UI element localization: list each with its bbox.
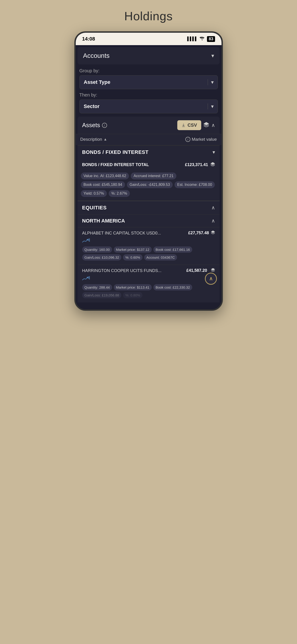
bonds-total-amount: £123,371.41 <box>185 162 208 167</box>
layers-icon[interactable] <box>204 122 209 128</box>
description-label: Description <box>80 137 102 142</box>
status-icons: ▌▌▌▌ 83 <box>187 36 215 42</box>
htag-1-4: %: 0.80% <box>123 292 142 298</box>
htag-1-2: Book cost: £22,330.32 <box>153 284 192 290</box>
holding-top-0: ALPHABET INC CAPITAL STOCK USD0... £27,7… <box>82 230 215 236</box>
accounts-label: Accounts <box>83 52 110 60</box>
holding-row: ALPHABET INC CAPITAL STOCK USD0... £27,7… <box>78 227 220 265</box>
holding-tags-0: Quantity: 160.00 Market price: $137.12 B… <box>82 246 215 263</box>
assets-chevron-up-icon[interactable]: ∧ <box>211 122 215 128</box>
time-display: 14:08 <box>82 36 95 42</box>
assets-header: Assets i CSV ∧ <box>78 116 220 134</box>
then-by-value: Sector <box>84 104 100 110</box>
assets-left: Assets i <box>82 122 107 129</box>
bonds-tag-1: Accrued interest: £77.21 <box>131 172 176 180</box>
north-america-chevron-icon: ∧ <box>211 218 215 224</box>
holding-amount-0: £27,757.48 <box>188 230 209 236</box>
app-content: Accounts ▾ Group by: Asset Type ▾ Then b… <box>76 47 222 302</box>
bonds-tags-row: Value inc. AI: £123,448.62 Accrued inter… <box>78 171 220 200</box>
csv-label: CSV <box>188 122 197 128</box>
holding-value-1: £41,587.20 ∧ <box>186 268 215 273</box>
htag-1-1: Market price: $113.41 <box>114 284 152 290</box>
equities-group-header[interactable]: EQUITIES ∧ <box>78 200 220 214</box>
holding-layers-icon-1 <box>211 268 215 273</box>
holding-name-1: HARRINGTON COOPER UCITS FUNDS... <box>82 268 186 274</box>
accounts-section[interactable]: Accounts ▾ <box>78 47 220 64</box>
market-value-label: Market value <box>192 137 217 142</box>
equities-group: EQUITIES ∧ NORTH AMERICA ∧ ALPHABET INC … <box>78 200 220 302</box>
assets-label: Assets <box>82 122 100 129</box>
then-by-dropdown[interactable]: Sector ▾ <box>80 100 218 113</box>
csv-button[interactable]: CSV <box>177 120 201 130</box>
market-value-col-header: i Market value <box>185 137 217 142</box>
holding-tags-1: Quantity: 288.44 Market price: $113.41 B… <box>82 284 215 301</box>
bonds-tag-0: Value inc. AI: £123,448.62 <box>81 172 129 180</box>
then-by-chevron-icon: ▾ <box>211 104 214 109</box>
bonds-chevron-icon: ▾ <box>212 149 215 155</box>
bonds-tag-5: Yield: 0.57% <box>81 190 107 197</box>
table-header: Description ▲ i Market value <box>76 134 222 145</box>
wifi-icon <box>200 36 205 42</box>
bonds-tag-4: Est. Income: £708.00 <box>174 181 215 188</box>
scroll-to-top-button[interactable]: ∧ <box>205 273 217 285</box>
holding-name-0: ALPHABET INC CAPITAL STOCK USD0... <box>82 230 188 236</box>
market-value-info-icon[interactable]: i <box>185 137 190 142</box>
htag-0-0: Quantity: 160.00 <box>82 246 112 253</box>
signal-icon: ▌▌▌▌ <box>187 36 197 41</box>
holding-row-1: HARRINGTON COOPER UCITS FUNDS... £41,587… <box>78 265 220 302</box>
filter-section: Group by: Asset Type ▾ Then by: Sector ▾ <box>76 64 222 113</box>
htag-0-1: Market price: $137.12 <box>114 246 152 253</box>
group-by-value: Asset Type <box>84 79 110 85</box>
bonds-total-row: BONDS / FIXED INTEREST TOTAL £123,371.41 <box>78 159 220 171</box>
group-by-dropdown[interactable]: Asset Type ▾ <box>80 75 218 89</box>
north-america-title: NORTH AMERICA <box>82 218 125 224</box>
holding-value-0: £27,757.48 <box>188 230 215 236</box>
htag-1-0: Quantity: 288.44 <box>82 284 112 290</box>
sort-icon: ▲ <box>104 137 107 142</box>
holding-layers-icon-0 <box>211 230 215 236</box>
equities-chevron-icon: ∧ <box>211 205 215 211</box>
accounts-chevron-icon: ▾ <box>211 52 214 59</box>
bonds-total-value: £123,371.41 <box>185 162 215 168</box>
group-by-label: Group by: <box>80 68 218 74</box>
divider2 <box>208 104 208 110</box>
phone-frame: 14:08 ▌▌▌▌ 83 Accounts ▾ Group by: Asset… <box>74 31 223 311</box>
bonds-layers-icon <box>210 162 215 168</box>
htag-0-3: Gain/Loss: £10,096.32 <box>82 254 122 260</box>
htag-0-2: Book cost: £17,661.16 <box>153 246 192 253</box>
bonds-tag-2: Book cost: £545,180.94 <box>81 181 125 188</box>
chart-icon-0[interactable] <box>82 238 215 244</box>
bonds-total-label: BONDS / FIXED INTEREST TOTAL <box>82 162 149 167</box>
holding-top-1: HARRINGTON COOPER UCITS FUNDS... £41,587… <box>82 268 215 274</box>
assets-info-icon[interactable]: i <box>102 123 107 128</box>
bonds-group: BONDS / FIXED INTEREST ▾ BONDS / FIXED I… <box>78 145 220 200</box>
chart-icon-1[interactable] <box>82 276 215 282</box>
divider <box>208 79 208 85</box>
north-america-subgroup-header[interactable]: NORTH AMERICA ∧ <box>78 214 220 227</box>
description-col-header: Description ▲ <box>80 137 107 142</box>
battery-display: 83 <box>207 36 215 42</box>
status-bar: 14:08 ▌▌▌▌ 83 <box>76 33 222 45</box>
bonds-group-title: BONDS / FIXED INTEREST <box>82 149 148 155</box>
bonds-group-header[interactable]: BONDS / FIXED INTEREST ▾ <box>78 145 220 159</box>
equities-group-title: EQUITIES <box>82 205 107 211</box>
bonds-tag-6: %: 2.67% <box>109 190 130 197</box>
scroll-up-icon: ∧ <box>209 276 213 282</box>
page-title: Holdings <box>124 9 173 23</box>
htag-0-4: %: 0.60% <box>123 254 142 260</box>
htag-0-5: Account: 034367C <box>144 254 177 260</box>
group-by-chevron-icon: ▾ <box>211 80 214 85</box>
bonds-tag-3: Gain/Loss: -£421,809.53 <box>127 181 173 188</box>
bottom-bar <box>76 302 222 309</box>
then-by-label: Then by: <box>80 92 218 98</box>
assets-right: CSV ∧ <box>177 120 215 130</box>
holding-amount-1: £41,587.20 <box>186 268 207 273</box>
htag-1-3: Gain/Loss: £19,056.88 <box>82 292 122 298</box>
